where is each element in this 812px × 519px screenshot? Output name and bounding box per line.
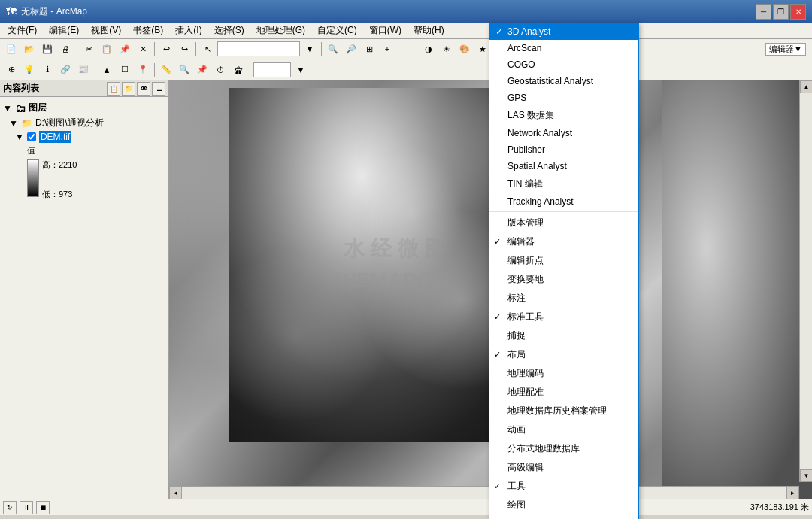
editor-label: 编辑器▼ xyxy=(765,43,806,56)
status-coordinates: 3743183.191 米 xyxy=(750,502,809,513)
folder-path: D:\测图\通视分析 xyxy=(35,117,104,129)
search-button[interactable]: 🔍 xyxy=(176,62,192,78)
separator-2 xyxy=(154,42,155,56)
copy-button[interactable]: 📋 xyxy=(98,41,115,57)
scroll-down-button[interactable]: ▼ xyxy=(800,469,812,482)
close-button[interactable]: ✕ xyxy=(790,4,806,20)
zoom-combo-dropdown[interactable]: ▼ xyxy=(292,62,309,78)
menu-file[interactable]: 文件(F) xyxy=(2,23,43,38)
cut-button[interactable]: ✂ xyxy=(80,41,97,57)
legend-gradient xyxy=(27,159,39,197)
legend-low-value: 低：973 xyxy=(42,189,77,200)
menu-bookmark[interactable]: 书签(B) xyxy=(127,23,169,38)
print-button[interactable]: 🖨 xyxy=(57,41,74,57)
list-by-source[interactable]: 📁 xyxy=(122,82,135,96)
tip-button[interactable]: 💡 xyxy=(21,62,38,78)
list-by-drawing-order[interactable]: 📋 xyxy=(107,82,120,96)
scroll-left-button[interactable]: ◄ xyxy=(169,487,182,499)
menu-help[interactable]: 帮助(H) xyxy=(408,23,450,38)
scroll-v-track[interactable] xyxy=(800,93,812,469)
map-area[interactable]: 水 经 微 图 WEMAPGIS ▲ ▼ ◄ ► xyxy=(169,80,812,499)
minimize-button[interactable]: ─ xyxy=(756,4,771,20)
sidebar: 内容列表 📋 📁 👁 🗕 ▼ 🗂 图层 ▼ 📁 D:\测图\通视分析 xyxy=(0,80,169,499)
toolbar-area: 📄 📂 💾 🖨 ✂ 📋 📌 ✕ ↩ ↪ ↖ 1:161, 254 ▼ 🔍 🔎 ⊞… xyxy=(0,39,812,80)
effect-tool[interactable]: ★ xyxy=(474,41,491,57)
separator-5 xyxy=(417,42,417,56)
restore-button[interactable]: ❐ xyxy=(773,4,789,20)
arrow-tool[interactable]: ↖ xyxy=(199,41,216,57)
status-icon-stop[interactable]: ⏹ xyxy=(36,501,50,514)
full-extent-button[interactable]: ⊞ xyxy=(361,41,377,57)
menu-customize[interactable]: 自定义(C) xyxy=(311,23,363,38)
save-button[interactable]: 💾 xyxy=(39,41,56,57)
undo-button[interactable]: ↩ xyxy=(158,41,174,57)
layer-filename[interactable]: DEM.tif xyxy=(39,131,71,143)
separator-7 xyxy=(154,63,155,77)
fixed-zoom-out[interactable]: - xyxy=(397,41,414,57)
route-button[interactable]: 🛣 xyxy=(230,62,247,78)
hyperlink-button[interactable]: 🔗 xyxy=(57,62,74,78)
new-button[interactable]: 📄 xyxy=(3,41,20,57)
scale-input[interactable]: 1:161, 254 xyxy=(217,41,300,56)
identify-button[interactable]: ℹ xyxy=(39,62,56,78)
add-data-button[interactable]: ⊕ xyxy=(3,62,20,78)
measure-button[interactable]: 📏 xyxy=(158,62,174,78)
scroll-up-button[interactable]: ▲ xyxy=(800,80,812,93)
list-by-visibility[interactable]: 👁 xyxy=(137,82,150,96)
map-canvas: 水 经 微 图 WEMAPGIS xyxy=(229,88,560,442)
more-tool[interactable]: … xyxy=(492,41,509,57)
scroll-h-track[interactable] xyxy=(182,487,786,499)
fixed-zoom-in[interactable]: + xyxy=(379,41,395,57)
menu-window[interactable]: 窗口(W) xyxy=(363,23,408,38)
folder-expand[interactable]: ▼ xyxy=(9,118,18,129)
separator-4 xyxy=(321,42,322,56)
layer-checkbox[interactable] xyxy=(27,132,36,141)
toolbar-row-2: ⊕ 💡 ℹ 🔗 📰 ▲ ☐ 📍 📏 🔍 📌 ⏱ 🛣 100% ▼ xyxy=(0,59,812,80)
goto-xy-button[interactable]: 📌 xyxy=(194,62,211,78)
separator-1 xyxy=(77,42,77,56)
contrast-tool[interactable]: ◑ xyxy=(420,41,437,57)
main-area: 内容列表 📋 📁 👁 🗕 ▼ 🗂 图层 ▼ 📁 D:\测图\通视分析 xyxy=(0,80,812,499)
legend-values: 高：2210 低：973 xyxy=(42,159,77,200)
status-icon-pause[interactable]: ⏸ xyxy=(20,501,33,514)
sidebar-header: 内容列表 📋 📁 👁 🗕 xyxy=(0,80,168,97)
status-icon-refresh[interactable]: ↻ xyxy=(3,501,17,514)
legend-high-value: 高：2210 xyxy=(42,159,77,171)
separator-8 xyxy=(250,63,250,77)
vertical-scrollbar[interactable]: ▲ ▼ xyxy=(799,80,812,482)
file-expand[interactable]: ▼ xyxy=(15,132,24,142)
legend-label: 值 xyxy=(27,145,165,156)
menu-bar: 文件(F) 编辑(E) 视图(V) 书签(B) 插入(I) 选择(S) 地理处理… xyxy=(0,23,812,39)
layers-label: 图层 xyxy=(29,102,47,114)
redo-button[interactable]: ↪ xyxy=(176,41,192,57)
expand-arrow[interactable]: ▼ xyxy=(3,103,12,114)
status-bar: ↻ ⏸ ⏹ 3743183.191 米 xyxy=(0,499,812,515)
menu-select[interactable]: 选择(S) xyxy=(208,23,250,38)
color-tool[interactable]: 🎨 xyxy=(456,41,473,57)
sidebar-content: ▼ 🗂 图层 ▼ 📁 D:\测图\通视分析 ▼ DEM.tif 值 xyxy=(0,97,168,499)
menu-insert[interactable]: 插入(I) xyxy=(169,23,208,38)
menu-view[interactable]: 视图(V) xyxy=(85,23,127,38)
select-by-location-button[interactable]: 📍 xyxy=(135,62,151,78)
time-button[interactable]: ⏱ xyxy=(212,62,229,78)
delete-button[interactable]: ✕ xyxy=(135,41,151,57)
toolbar-row-1: 📄 📂 💾 🖨 ✂ 📋 📌 ✕ ↩ ↪ ↖ 1:161, 254 ▼ 🔍 🔎 ⊞… xyxy=(0,39,812,59)
menu-edit[interactable]: 编辑(E) xyxy=(43,23,85,38)
menu-geoprocessing[interactable]: 地理处理(G) xyxy=(250,23,311,38)
open-button[interactable]: 📂 xyxy=(21,41,38,57)
zoom-combo[interactable]: 100% xyxy=(253,62,291,77)
zoom-out-button[interactable]: 🔎 xyxy=(343,41,359,57)
layer-file-item[interactable]: ▼ DEM.tif xyxy=(3,130,165,144)
pin-button[interactable]: 🗕 xyxy=(152,82,165,96)
scale-dropdown[interactable]: ▼ xyxy=(301,41,318,57)
zoom-in-button[interactable]: 🔍 xyxy=(325,41,341,57)
legend-area: 值 高：2210 低：973 xyxy=(3,144,165,202)
horizontal-scrollbar[interactable]: ◄ ► xyxy=(169,486,799,499)
clear-selection-button[interactable]: ☐ xyxy=(117,62,133,78)
html-popup-button[interactable]: 📰 xyxy=(75,62,92,78)
paste-button[interactable]: 📌 xyxy=(117,41,133,57)
select-features-button[interactable]: ▲ xyxy=(98,62,115,78)
sidebar-tools: 📋 📁 👁 🗕 xyxy=(107,82,165,96)
brightness-tool[interactable]: ☀ xyxy=(438,41,455,57)
scroll-right-button[interactable]: ► xyxy=(786,487,799,499)
